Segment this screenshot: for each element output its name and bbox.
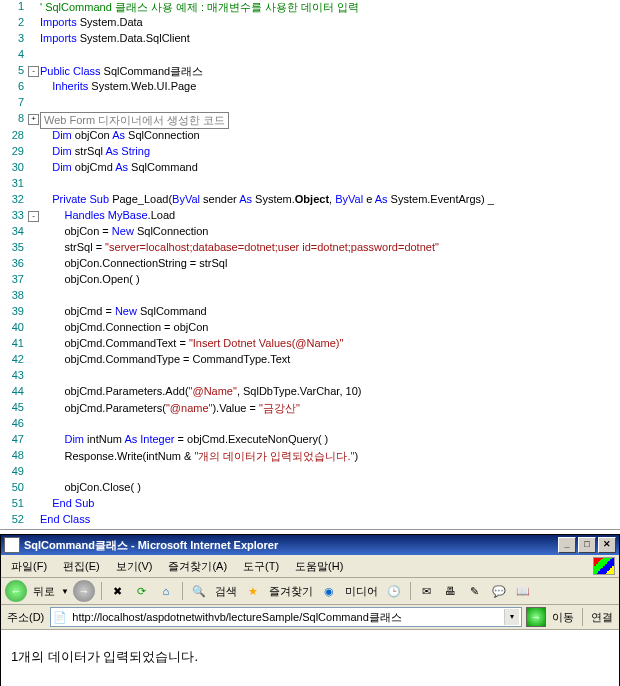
address-label: 주소(D)	[5, 610, 46, 625]
menu-help[interactable]: 도움말(H)	[289, 558, 349, 575]
go-label[interactable]: 이동	[550, 610, 576, 625]
code-comment: ' SqlCommand 클래스 사용 예제 : 매개변수를 사용한 데이터 입…	[40, 1, 359, 13]
back-button[interactable]: ←	[5, 580, 27, 602]
menu-tools[interactable]: 도구(T)	[237, 558, 285, 575]
page-content: 1개의 데이터가 입력되었습니다.	[1, 630, 619, 686]
mail-button[interactable]: ✉	[417, 581, 437, 601]
menu-bar: 파일(F) 편집(E) 보기(V) 즐겨찾기(A) 도구(T) 도움말(H)	[1, 555, 619, 578]
fold-minus-icon[interactable]: -	[28, 211, 39, 222]
line-number: 1	[0, 0, 28, 16]
refresh-button[interactable]: ⟳	[132, 581, 152, 601]
maximize-button[interactable]: □	[578, 537, 596, 553]
stop-button[interactable]: ✖	[108, 581, 128, 601]
ie-icon	[4, 537, 20, 553]
close-button[interactable]: ✕	[598, 537, 616, 553]
research-button[interactable]: 📖	[513, 581, 533, 601]
fold-plus-icon[interactable]: +	[28, 114, 39, 125]
media-icon[interactable]: ◉	[319, 581, 339, 601]
favorites-icon[interactable]: ★	[243, 581, 263, 601]
search-label[interactable]: 검색	[213, 584, 239, 599]
print-button[interactable]: 🖶	[441, 581, 461, 601]
collapsed-region[interactable]: Web Form 디자이너에서 생성한 코드	[40, 112, 229, 129]
discuss-button[interactable]: 💬	[489, 581, 509, 601]
title-bar: SqlCommand클래스 - Microsoft Internet Explo…	[1, 535, 619, 555]
browser-window: SqlCommand클래스 - Microsoft Internet Explo…	[0, 534, 620, 686]
toolbar: ← 뒤로▼ → ✖ ⟳ ⌂ 🔍검색 ★즐겨찾기 ◉미디어 🕒 ✉ 🖶 ✎ 💬 📖	[1, 578, 619, 605]
address-bar: 주소(D) 📄 ▾ → 이동 연결	[1, 605, 619, 630]
minimize-button[interactable]: _	[558, 537, 576, 553]
menu-favorites[interactable]: 즐겨찾기(A)	[162, 558, 233, 575]
menu-edit[interactable]: 편집(E)	[57, 558, 106, 575]
search-icon[interactable]: 🔍	[189, 581, 209, 601]
history-button[interactable]: 🕒	[384, 581, 404, 601]
menu-view[interactable]: 보기(V)	[110, 558, 159, 575]
fold-minus-icon[interactable]: -	[28, 66, 39, 77]
favorites-label[interactable]: 즐겨찾기	[267, 584, 315, 599]
home-button[interactable]: ⌂	[156, 581, 176, 601]
address-input[interactable]	[70, 610, 501, 624]
media-label[interactable]: 미디어	[343, 584, 380, 599]
edit-button[interactable]: ✎	[465, 581, 485, 601]
windows-flag-icon	[593, 557, 615, 575]
address-input-wrapper[interactable]: 📄 ▾	[50, 607, 522, 627]
address-dropdown[interactable]: ▾	[504, 609, 519, 625]
forward-button[interactable]: →	[73, 580, 95, 602]
links-label[interactable]: 연결	[589, 610, 615, 625]
back-label[interactable]: 뒤로	[31, 584, 57, 599]
menu-file[interactable]: 파일(F)	[5, 558, 53, 575]
go-button[interactable]: →	[526, 607, 546, 627]
page-icon: 📄	[53, 611, 67, 624]
code-editor: 1' SqlCommand 클래스 사용 예제 : 매개변수를 사용한 데이터 …	[0, 0, 620, 530]
window-title: SqlCommand클래스 - Microsoft Internet Explo…	[24, 538, 278, 553]
